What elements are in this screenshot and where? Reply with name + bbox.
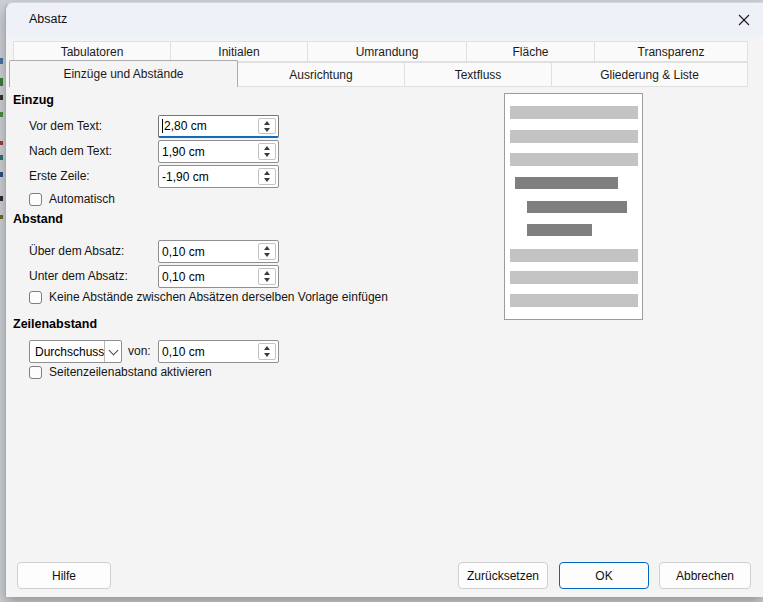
- dialog-title: Absatz: [29, 12, 67, 26]
- checkbox-automatisch[interactable]: Automatisch: [29, 192, 115, 206]
- section-heading-einzug: Einzug: [13, 93, 54, 107]
- title-bar: Absatz: [6, 3, 763, 37]
- tab-transparenz[interactable]: Transparenz: [594, 41, 748, 62]
- spinner: [258, 143, 276, 160]
- field-value[interactable]: 0,10 cm: [159, 241, 256, 262]
- tab-initialen[interactable]: Initialen: [170, 41, 308, 62]
- spin-down-button[interactable]: [259, 178, 275, 182]
- tab-tabulatoren[interactable]: Tabulatoren: [13, 41, 171, 62]
- ok-button[interactable]: OK: [559, 562, 649, 589]
- field-value[interactable]: 2,80 cm: [159, 116, 256, 136]
- tab-label: Tabulatoren: [61, 45, 124, 59]
- checkbox-icon[interactable]: [29, 291, 42, 304]
- tab-textfluss[interactable]: Textfluss: [404, 62, 552, 87]
- tab-flaeche[interactable]: Fläche: [466, 41, 595, 62]
- checkbox-icon[interactable]: [29, 193, 42, 206]
- spin-up-button[interactable]: [259, 246, 275, 250]
- arrow-down-icon: [264, 278, 270, 282]
- tab-strip-top: Tabulatoren Initialen Umrandung Fläche T…: [13, 41, 747, 62]
- background-artifact: [0, 95, 3, 100]
- arrow-up-icon: [264, 121, 270, 125]
- tab-label: Fläche: [512, 45, 548, 59]
- spin-up-button[interactable]: [259, 146, 275, 150]
- preview-bar: [510, 106, 638, 119]
- arrow-up-icon: [264, 171, 270, 175]
- spin-down-button[interactable]: [259, 128, 275, 132]
- tab-label: Initialen: [218, 45, 259, 59]
- help-button[interactable]: Hilfe: [17, 562, 111, 589]
- field-text: 2,80 cm: [164, 119, 207, 133]
- indent-after-text-field[interactable]: 1,90 cm: [158, 140, 279, 163]
- line-spacing-value-field[interactable]: 0,10 cm: [158, 340, 279, 363]
- checkbox-label: Keine Abstände zwischen Absätzen derselb…: [49, 290, 388, 304]
- spin-down-button[interactable]: [259, 278, 275, 282]
- dropdown-button[interactable]: [104, 341, 121, 362]
- spin-down-button[interactable]: [259, 353, 275, 357]
- background-artifact: [0, 78, 3, 86]
- tab-ausrichtung[interactable]: Ausrichtung: [237, 62, 405, 87]
- field-text: 0,10 cm: [162, 245, 205, 259]
- field-value[interactable]: 0,10 cm: [159, 341, 256, 362]
- arrow-up-icon: [264, 271, 270, 275]
- chevron-down-icon: [108, 345, 118, 355]
- tab-label: Gliederung & Liste: [600, 68, 699, 82]
- space-above-paragraph-field[interactable]: 0,10 cm: [158, 240, 279, 263]
- arrow-up-icon: [264, 346, 270, 350]
- label-nach-dem-text: Nach dem Text:: [29, 140, 112, 163]
- preview-bar: [527, 201, 627, 213]
- field-text: 1,90 cm: [162, 145, 205, 159]
- arrow-down-icon: [264, 153, 270, 157]
- background-artifact: [0, 141, 3, 145]
- preview-bar: [510, 249, 638, 262]
- background-artifact: [0, 155, 3, 160]
- arrow-up-icon: [264, 246, 270, 250]
- label-vor-dem-text: Vor dem Text:: [29, 115, 102, 138]
- section-heading-zeilenabstand: Zeilenabstand: [13, 317, 97, 331]
- cancel-button[interactable]: Abbrechen: [659, 562, 751, 589]
- arrow-down-icon: [264, 353, 270, 357]
- line-spacing-dropdown[interactable]: Durchschuss: [29, 340, 122, 363]
- preview-bar: [527, 224, 592, 236]
- spinner: [258, 268, 276, 285]
- spin-up-button[interactable]: [259, 121, 275, 125]
- close-button[interactable]: [732, 8, 756, 32]
- spin-down-button[interactable]: [259, 153, 275, 157]
- label-erste-zeile: Erste Zeile:: [29, 165, 90, 188]
- reset-button[interactable]: Zurücksetzen: [458, 562, 548, 589]
- spin-up-button[interactable]: [259, 171, 275, 175]
- field-text: -1,90 cm: [162, 170, 209, 184]
- spinner: [258, 243, 276, 260]
- button-label: Abbrechen: [676, 569, 734, 583]
- checkbox-keine-abstaende[interactable]: Keine Abstände zwischen Absätzen derselb…: [29, 290, 388, 304]
- indent-before-text-field[interactable]: 2,80 cm: [158, 115, 279, 138]
- space-below-paragraph-field[interactable]: 0,10 cm: [158, 265, 279, 288]
- label-von: von:: [128, 340, 151, 363]
- background-artifact: [0, 112, 3, 117]
- spin-down-button[interactable]: [259, 253, 275, 257]
- background-artifact: [0, 215, 3, 219]
- tab-einzuege-und-abstaende[interactable]: Einzüge und Abstände: [9, 60, 238, 87]
- arrow-down-icon: [264, 178, 270, 182]
- paragraph-dialog: Absatz Tabulatoren Initialen Umrandung F…: [5, 2, 763, 597]
- tab-gliederung-und-liste[interactable]: Gliederung & Liste: [551, 62, 748, 87]
- spin-up-button[interactable]: [259, 271, 275, 275]
- checkbox-seitenzeilenabstand[interactable]: Seitenzeilenabstand aktivieren: [29, 365, 212, 379]
- background-artifact: [0, 172, 3, 177]
- close-icon: [738, 14, 750, 26]
- tab-umrandung[interactable]: Umrandung: [307, 41, 467, 62]
- preview-bar: [515, 177, 618, 189]
- field-value[interactable]: -1,90 cm: [159, 166, 256, 187]
- label-unter-dem-absatz: Unter dem Absatz:: [29, 265, 128, 288]
- tab-label: Einzüge und Abstände: [63, 67, 183, 81]
- button-label: Hilfe: [52, 569, 76, 583]
- tab-label: Textfluss: [455, 68, 502, 82]
- field-value[interactable]: 1,90 cm: [159, 141, 256, 162]
- tab-strip-bottom: Einzüge und Abstände Ausrichtung Textflu…: [9, 62, 747, 87]
- checkbox-icon[interactable]: [29, 366, 42, 379]
- preview-bar: [510, 153, 638, 166]
- first-line-indent-field[interactable]: -1,90 cm: [158, 165, 279, 188]
- tab-label: Transparenz: [638, 45, 705, 59]
- field-value[interactable]: 0,10 cm: [159, 266, 256, 287]
- button-label: Zurücksetzen: [467, 569, 539, 583]
- spin-up-button[interactable]: [259, 346, 275, 350]
